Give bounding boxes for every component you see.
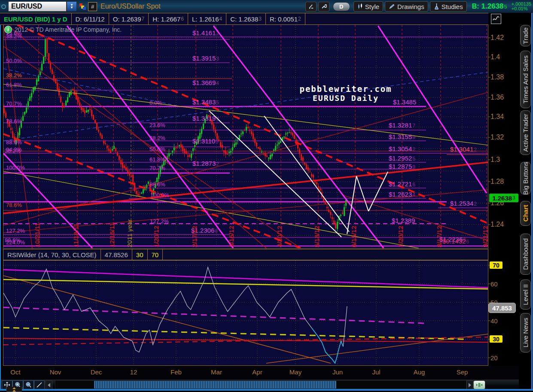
date-label: 6/15/12	[350, 226, 357, 247]
change-percent: +0.01%	[512, 6, 531, 11]
last-price-badge: 1.26383	[489, 194, 518, 202]
style-button[interactable]: Style	[353, 1, 383, 12]
y-axis-label: 1.28	[490, 178, 504, 185]
y-axis-label: 1.34	[490, 113, 504, 121]
x-axis-month-label: Sep	[457, 368, 468, 376]
chart-scrollbar-thumb[interactable]	[94, 381, 336, 389]
zoom-out-button[interactable]	[23, 380, 34, 389]
chart-plot-area[interactable]	[3, 24, 488, 249]
x-axis-month-label: May	[289, 368, 302, 376]
x-axis-month-label: Feb	[171, 368, 182, 376]
sidebar-tab-label: Live News	[522, 318, 529, 347]
x-axis-month-label: Aug	[414, 368, 425, 376]
price-level-label: $1.31105	[192, 137, 219, 145]
sidebar-tab-active-trader[interactable]: Active Trader	[520, 110, 531, 155]
sidebar-tab-dashboard[interactable]: Dashboard	[520, 234, 531, 275]
scroll-left-button[interactable]	[46, 380, 52, 389]
hash-button[interactable]: #	[88, 2, 97, 11]
price-level-label: $1.36694	[192, 79, 219, 86]
fib-level-label: 61.8%	[149, 156, 165, 163]
watermark-site: pebblewriter.com	[275, 84, 417, 94]
rsi-study-title[interactable]: RSIWilder (14, 70, 30, CLOSE)	[3, 249, 101, 260]
top-toolbar: EUR/USD ▼▼ # Euro/USDollar Spot D Style	[0, 0, 533, 13]
settings-wrench-button[interactable]	[318, 2, 329, 12]
fib-level-label: 100.0%	[6, 164, 25, 171]
ohlc-cell: H: 1.26676	[149, 13, 188, 24]
sidebar-tab-trade[interactable]: Trade	[520, 25, 531, 46]
zoom-out-icon	[25, 382, 32, 388]
ohlc-bar: EUR/USD (BID) 1 y D D: 6/11/12O: 1.26397…	[0, 13, 488, 25]
sidebar-tab-label: Level II	[522, 284, 529, 305]
chevron-up-icon	[12, 390, 16, 392]
price-level-label: $1.26234	[389, 191, 415, 198]
chart-scrollbar-track[interactable]	[55, 380, 466, 389]
x-axis-month-label: 12	[130, 368, 137, 376]
fib-level-label: 23.6%	[149, 122, 165, 128]
date-label: 9/21/12	[481, 226, 489, 247]
sidebar-tab-times-and-sales[interactable]: Times And Sales	[520, 51, 531, 108]
marker-icon	[308, 3, 314, 9]
price-level-label: $1.28732	[192, 160, 219, 167]
drawings-button[interactable]: Drawings	[385, 1, 428, 12]
fib-level-label: 61.8%	[6, 82, 22, 88]
price-level-label: $1.28759	[389, 163, 415, 170]
link-color-icon[interactable]	[79, 3, 86, 10]
trading-platform-window: i 2012 © TD Ameritrade IP Company, Inc. …	[0, 0, 533, 392]
fib-level-label: 224.0%	[6, 239, 25, 246]
fib-level-label: 100.0%	[150, 192, 169, 198]
y-axis-label: 1.4	[490, 53, 500, 61]
price-level-label: $1.31559	[389, 133, 415, 140]
date-label: 12/16/11	[108, 223, 116, 247]
chevron-up-icon	[12, 387, 16, 389]
x-axis-month-label: Nov	[50, 368, 61, 376]
date-label: 2/17/12	[191, 226, 198, 247]
fib-level-label: 127.2%	[150, 218, 169, 225]
pencil-icon	[389, 3, 395, 9]
sidebar-tab-level-ii[interactable]: Level II	[520, 280, 531, 310]
bid-quote: B: 1.2638 5	[472, 2, 507, 11]
flask-icon	[434, 3, 439, 9]
collapse-panel-button[interactable]	[473, 380, 485, 389]
symbol-description: Euro/USDollar Spot	[101, 3, 161, 10]
scroll-right-button[interactable]	[466, 380, 473, 389]
timeframe-button[interactable]: D	[333, 2, 350, 11]
sidebar-tab-chart[interactable]: Chart	[520, 201, 531, 226]
x-axis-month-label: Apr	[252, 368, 262, 376]
info-icon[interactable]: i	[4, 26, 12, 33]
studies-button[interactable]: Studies	[430, 1, 467, 12]
sidebar-tab-label: Active Trader	[522, 114, 529, 152]
sidebar-tab-label: Times And Sales	[522, 55, 529, 103]
expand-drawer-tab[interactable]	[6, 387, 22, 392]
ohlc-cell: C: 1.26383	[226, 13, 266, 24]
sidebar-tab-big-buttons[interactable]: Big Buttons	[520, 162, 531, 194]
rsi-axis-label: 60	[490, 280, 498, 288]
date-label: 2011 year	[126, 219, 133, 247]
copyright-text: 2012 © TD Ameritrade IP Company, Inc.	[15, 26, 122, 33]
date-label: 3/16/12	[228, 226, 235, 247]
ohlc-cell: D: 6/11/12	[72, 13, 109, 24]
study-quick-button[interactable]	[491, 14, 501, 24]
sidebar-tab-live-news[interactable]: Live News	[520, 313, 531, 352]
fib-level-label: 88.6%	[6, 139, 22, 146]
sidebar-tab-label: Chart	[522, 205, 529, 222]
chevron-down-icon[interactable]: ▼▼	[67, 1, 77, 12]
rsi-plot-area[interactable]	[3, 260, 488, 366]
fib-level-label: 50.0%	[149, 146, 165, 152]
price-level-label: $1.41612	[192, 29, 219, 36]
ohlc-cell: R: 0.00512	[266, 13, 305, 24]
candlestick-icon	[357, 3, 363, 9]
rsi-low-param[interactable]: 30	[132, 249, 148, 260]
price-level-label: $1.30412	[450, 146, 477, 153]
rsi-axis-label: 40	[490, 317, 498, 325]
line-tool-button[interactable]	[34, 380, 45, 389]
link-ring-icon	[1, 4, 6, 9]
rsi-threshold-badge: 70	[490, 261, 503, 269]
symbol-input[interactable]: EUR/USD	[8, 1, 67, 12]
price-level-label: $0.14326	[442, 237, 469, 245]
symbol-combo[interactable]: EUR/USD ▼▼	[8, 1, 77, 12]
rsi-high-param[interactable]: 70	[148, 249, 163, 260]
fib-level-label: 78.6%	[6, 202, 22, 208]
marker-tool-button[interactable]	[305, 2, 317, 12]
date-label: 4/20/12	[276, 226, 283, 247]
price-level-label: $1.27216	[389, 180, 415, 188]
